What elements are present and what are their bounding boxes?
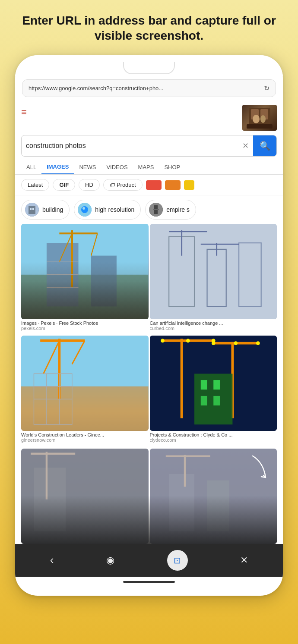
grid-image-3 [21,336,149,431]
svg-rect-67 [169,474,194,531]
hamburger-icon[interactable]: ≡ [21,107,27,117]
svg-rect-68 [207,480,229,531]
filter-row: Latest GIF HD 🏷 Product [15,175,283,195]
reload-icon[interactable]: ↻ [264,84,269,92]
chip-high-resolution[interactable]: high resolution [74,200,141,220]
svg-rect-63 [34,468,66,531]
url-text: https://www.google.com/search?q=construc… [29,85,260,91]
svg-rect-9 [32,208,34,210]
color-swatch-orange[interactable] [165,180,181,190]
grid-item-1[interactable]: Images · Pexels · Free Stock Photos pexe… [21,224,149,334]
svg-rect-59 [213,380,220,390]
crane-svg-6 [150,449,277,544]
svg-rect-15 [153,209,159,210]
gif-label: GIF [59,182,69,188]
home-bar-line [123,581,175,583]
svg-point-3 [253,115,260,123]
tab-maps[interactable]: MAPS [133,160,159,174]
svg-point-54 [211,341,215,345]
svg-point-4 [260,115,266,123]
crane-svg-5 [21,449,149,544]
filter-gif[interactable]: GIF [53,179,75,191]
svg-point-50 [186,339,190,342]
color-swatch-yellow[interactable] [184,180,194,190]
image-grid-row1: Images · Pexels · Free Stock Photos pexe… [15,224,283,334]
svg-rect-19 [91,256,117,307]
construction-img-3 [21,336,149,431]
search-query-text: construction photos [26,142,86,150]
img-source-1: pexels.com [21,326,149,331]
svg-point-49 [161,339,165,342]
grid-image-2 [150,224,277,319]
img-label-2: Can artificial intelligence change ... [150,320,277,326]
crane-svg-3 [21,336,149,431]
headline: Enter URL in address bar and capture ful… [9,13,289,43]
svg-rect-58 [200,380,207,390]
svg-rect-35 [21,336,149,386]
chip-thumb-empire [149,203,163,217]
home-bar [15,577,283,585]
construction-img-4 [150,336,277,431]
overlay-item-1[interactable] [21,449,149,544]
chip-hires-label: high resolution [95,206,134,213]
svg-rect-18 [47,243,79,306]
search-icon: 🔍 [260,141,270,151]
header-thumbnail [242,105,277,131]
product-label: Product [117,182,136,188]
construction-img-5 [21,449,149,544]
phone-frame: https://www.google.com/search?q=construc… [15,55,283,596]
svg-rect-16 [21,224,149,319]
tab-news[interactable]: NEWS [74,160,101,174]
filter-latest[interactable]: Latest [21,179,49,191]
img-label-3: World's Construction Leaders - Ginee... [21,432,149,437]
search-input-area: construction photos ✕ [22,136,253,156]
svg-rect-8 [30,208,32,210]
bottom-section: Tap here for full screenshot [15,447,283,544]
overlay-image-2 [150,449,277,544]
thumbnail-svg [247,107,273,129]
tab-all[interactable]: ALL [21,160,41,174]
svg-point-12 [82,207,85,210]
chip-thumb-building [25,203,39,217]
color-swatch-red[interactable] [146,180,162,190]
grid-item-4[interactable]: Projects & Construction : Clyde & Co ...… [150,336,277,446]
construction-img-1 [21,224,149,319]
clear-search-icon[interactable]: ✕ [242,141,249,151]
close-icon[interactable]: ✕ [240,555,248,566]
crane-svg-2 [150,224,277,319]
address-bar[interactable]: https://www.google.com/search?q=construc… [22,79,276,97]
svg-rect-5 [247,124,273,129]
chip-thumb-hires [78,203,92,217]
img-source-4: clydeco.com [150,437,277,443]
filter-hd[interactable]: HD [79,179,100,191]
crane-svg-1 [21,224,149,319]
chip-empire-label: empire s [166,206,190,213]
tab-shop[interactable]: SHOP [159,160,185,174]
chip-empire[interactable]: empire s [145,200,196,220]
tab-images[interactable]: IMAGES [41,159,74,174]
grid-item-3[interactable]: World's Construction Leaders - Ginee... … [21,336,149,446]
img-source-3: gineersnow.com [21,437,149,443]
grid-item-2[interactable]: Can artificial intelligence change ... c… [150,224,277,334]
notch [123,62,175,74]
search-bar[interactable]: construction photos ✕ 🔍 [21,135,277,157]
svg-point-56 [256,341,260,345]
chip-building[interactable]: building [21,200,70,220]
grid-image-4 [150,336,277,431]
img-source-2: curbed.com [150,326,277,331]
back-button[interactable]: ‹ [50,553,54,567]
eye-icon[interactable]: ◉ [106,555,114,566]
svg-rect-61 [213,396,220,405]
overlay-item-2[interactable] [150,449,277,544]
filter-product[interactable]: 🏷 Product [103,179,143,191]
construction-img-2 [150,224,277,319]
svg-rect-7 [29,206,35,214]
crane-svg-4 [150,336,277,431]
svg-point-11 [81,206,88,213]
dark-overlay-1 [21,281,149,319]
capture-button[interactable]: ⊡ [167,550,188,571]
search-button[interactable]: 🔍 [253,135,276,156]
tab-videos[interactable]: VIDEOS [101,160,133,174]
thumbnail-image [242,105,277,131]
svg-rect-60 [200,396,207,405]
